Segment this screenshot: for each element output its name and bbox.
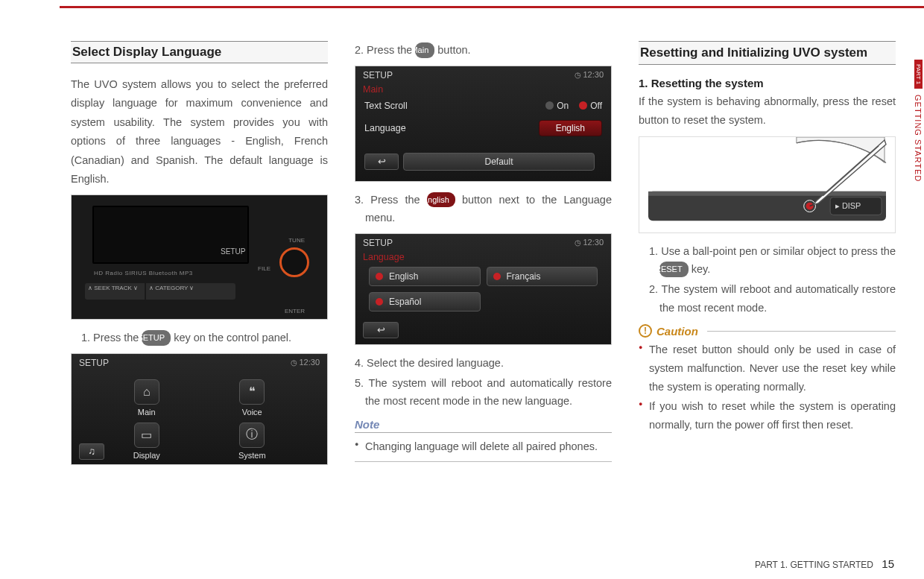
step-1: 1. Press the SETUP key on the control pa… (81, 329, 328, 347)
figure-control-panel: SETUP TUNE FILE HD Radio SIRIUS Bluetoot… (71, 194, 328, 320)
caution-bullet-1: The reset button should only be used in … (639, 341, 896, 396)
back-button-2: ↩ (363, 322, 399, 338)
side-tab-part: PART 1 (914, 60, 923, 89)
reset-step-2: 2. The system will reboot and automatica… (649, 280, 896, 317)
footer-section: PART 1. GETTING STARTED (755, 560, 873, 570)
subhead-resetting-system: 1. Resetting the system (639, 77, 896, 89)
lang-francais: Français (487, 267, 598, 286)
caution-icon: ! (639, 324, 652, 338)
step-5: 5. The system will reboot and automatica… (355, 374, 612, 411)
svg-text:▸: ▸ (835, 201, 840, 210)
text-scroll-label: Text Scroll (364, 101, 545, 111)
bezel-category-button: ∧ CATEGORY ∨ (146, 283, 235, 300)
text-scroll-on: On (545, 101, 569, 111)
menu-main: ⌂Main (99, 379, 194, 417)
page-footer: PART 1. GETTING STARTED 15 (755, 557, 894, 570)
ui2-title: SETUP (363, 70, 393, 80)
page-top-rule (60, 6, 924, 8)
step-4: 4. Select the desired language. (355, 354, 612, 373)
menu-voice: ❝Voice (205, 379, 300, 417)
reset-step1-after: key. (692, 263, 711, 275)
svg-text:DISP: DISP (842, 201, 861, 210)
note-heading: Note (355, 418, 612, 431)
language-row-label: Language (364, 123, 539, 133)
menu-system-label: System (205, 451, 300, 460)
note-rule (355, 432, 612, 433)
step-3: 3. Press the English button next to the … (355, 191, 612, 227)
step-2-after: button. (437, 44, 470, 56)
ui2-clock: 12:30 (575, 70, 604, 80)
menu-voice-label: Voice (205, 408, 300, 417)
bezel-seek-button: ∧ SEEK TRACK ∨ (85, 283, 145, 300)
lang-espanol: Español (369, 292, 481, 311)
home-icon: ⌂ (134, 379, 159, 405)
side-tab-label: GETTING STARTED (914, 95, 923, 182)
figure-reset-pen: DISP ▸ (639, 136, 896, 233)
step-1-text-before: 1. Press the (81, 332, 142, 344)
bezel-row-labels: HD Radio SIRIUS Bluetooth MP3 (94, 270, 193, 276)
svg-line-7 (823, 146, 879, 196)
column-2: 2. Press the Main button. SETUP 12:30 Ma… (355, 41, 612, 474)
footer-page-number: 15 (882, 557, 894, 570)
column-1: Select Display Language The UVO system a… (71, 41, 328, 474)
reset-step-1: 1. Use a ball-point pen or similar objec… (649, 242, 896, 279)
ui-title: SETUP (79, 358, 109, 368)
figure-language-list: SETUP 12:30 Language English Français Es… (355, 233, 612, 345)
step-2-before: 2. Press the (355, 44, 415, 56)
bezel-setup-label: SETUP (221, 247, 245, 256)
figure-main-settings: SETUP 12:30 Main Text Scroll On Off Lang… (355, 66, 612, 182)
bezel-file-label: FILE (258, 265, 270, 272)
step-1-text-after: key on the control panel. (174, 332, 291, 344)
ui3-clock: 12:30 (575, 238, 604, 248)
step-3-before: 3. Press the (355, 194, 427, 206)
ui3-title: SETUP (363, 238, 393, 248)
column-3: Resetting and Initializing UVO system 1.… (639, 41, 896, 474)
text-scroll-off: Off (579, 101, 602, 111)
side-tab: PART 1 GETTING STARTED (912, 60, 924, 185)
heading-select-language: Select Display Language (71, 41, 328, 63)
svg-point-2 (806, 202, 814, 209)
ui3-subtitle: Language (355, 252, 611, 264)
heading-resetting: Resetting and Initializing UVO system (639, 41, 896, 65)
menu-display-label: Display (99, 451, 194, 460)
caution-heading: Caution (656, 325, 698, 338)
caution-bullet-2: If you wish to reset while the system is… (639, 397, 896, 434)
lang-english: English (369, 267, 481, 286)
reset-step1-before: 1. Use a ball-point pen or similar objec… (649, 245, 896, 257)
music-icon-button: ♫ (79, 443, 104, 460)
english-key-chip: English (427, 192, 455, 208)
note-bullet-1: Changing language will delete all paired… (355, 437, 612, 456)
step-2: 2. Press the Main button. (355, 41, 612, 60)
language-value-pill: English (539, 120, 602, 136)
intro-paragraph: The UVO system allows you to select the … (71, 75, 328, 189)
bezel-tune-label: TUNE (288, 237, 305, 244)
setup-key-chip: SETUP (142, 330, 171, 346)
caution-rule (707, 331, 896, 332)
back-button: ↩ (364, 154, 399, 170)
bezel-knob (279, 247, 309, 277)
ui-clock: 12:30 (291, 358, 320, 368)
default-button: Default (403, 153, 595, 171)
ui2-subtitle: Main (355, 84, 611, 96)
menu-display: ▭Display (99, 423, 194, 460)
menu-main-label: Main (99, 408, 194, 417)
main-key-chip: Main (415, 42, 434, 58)
reset-key-chip: RESET (659, 262, 689, 277)
reset-intro: If the system is behaving abnormally, pr… (639, 92, 896, 130)
figure-setup-menu: SETUP 12:30 ⌂Main ❝Voice ▭Display ⓘSyste… (71, 353, 328, 465)
info-icon: ⓘ (239, 423, 265, 448)
display-icon: ▭ (134, 423, 159, 448)
menu-system: ⓘSystem (205, 423, 300, 460)
svg-rect-1 (648, 192, 886, 196)
bezel-enter-label: ENTER (285, 308, 305, 314)
voice-icon: ❝ (239, 379, 265, 405)
